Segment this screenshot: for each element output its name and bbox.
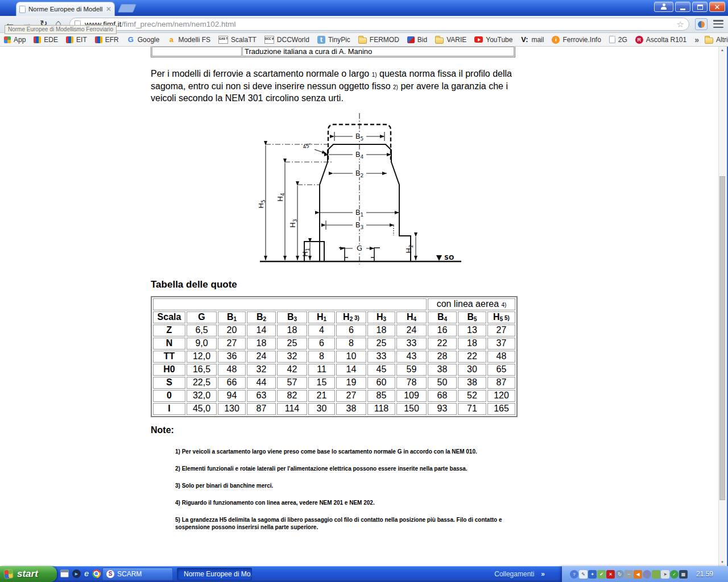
settings-tray-icon[interactable]: ✎ xyxy=(579,570,588,579)
table-cell: 30 xyxy=(458,364,486,376)
bird-tray-icon[interactable]: ~ xyxy=(624,570,633,579)
bookmark-google[interactable]: GGoogle xyxy=(127,36,160,44)
chrome-icon[interactable] xyxy=(92,569,101,578)
scale-cell: S xyxy=(153,377,185,389)
column-header-h1: H1 xyxy=(308,311,335,323)
table-cell: 65 xyxy=(487,364,515,376)
bookmark-ferrovie-info[interactable]: iFerrovie.Info xyxy=(552,36,601,44)
menu-button[interactable] xyxy=(713,20,723,28)
internet-explorer-icon[interactable]: e xyxy=(84,569,89,578)
task-button-label: Norme Europee di Mo... xyxy=(184,570,252,578)
bookmark-tinypic[interactable]: tTinyPic xyxy=(317,36,350,44)
table-cell: 32,0 xyxy=(187,390,217,402)
browser-tab[interactable]: Norme Europee di Modellismo ✕ xyxy=(16,2,115,16)
note-reference: 2) xyxy=(393,84,398,90)
gauge-diagram: B5B4B2B1B3G45°SOH5H4H3H1H2 xyxy=(259,112,465,267)
bookmark-mail[interactable]: V:mail xyxy=(520,36,544,44)
usb-tray-icon[interactable] xyxy=(652,570,660,579)
scroll-thumb[interactable] xyxy=(719,176,725,500)
diagram-label-h5: H5 xyxy=(259,199,266,209)
tinypic-icon: t xyxy=(317,36,325,44)
media-player-icon[interactable]: ▶ xyxy=(72,569,81,578)
table-row-i: I45,01308711430381181509371165 xyxy=(153,403,515,415)
bookmark-ascolta-r101[interactable]: RAscolta R101 xyxy=(635,36,686,44)
bookmark-fermod[interactable]: FERMOD xyxy=(358,36,399,44)
close-button[interactable]: ✕ xyxy=(709,2,725,12)
bookmark-label: Ferrovie.Info xyxy=(562,36,601,44)
table-cell: 38 xyxy=(336,403,366,415)
sync-tray-icon[interactable]: ↻ xyxy=(615,570,624,579)
bookmark-star-icon[interactable]: ☆ xyxy=(677,19,684,30)
info-icon: i xyxy=(552,36,560,44)
minimize-button[interactable] xyxy=(675,2,690,12)
table-cell: 120 xyxy=(487,390,515,402)
table-cell: 9,0 xyxy=(187,338,217,350)
table-cell: 18 xyxy=(458,338,486,350)
bookmark-youtube[interactable]: YouTube xyxy=(474,36,512,44)
scroll-up-icon[interactable]: ▲ xyxy=(719,47,726,54)
collegamenti-toolbar[interactable]: Collegamenti » xyxy=(494,570,545,578)
table-cell: 27 xyxy=(336,390,366,402)
tab-close-icon[interactable]: ✕ xyxy=(106,6,111,13)
start-button[interactable]: start xyxy=(0,566,57,582)
display-tray-icon[interactable]: ▦ xyxy=(679,570,688,579)
diagram-label-so: SO xyxy=(444,254,454,261)
table-cell: 16 xyxy=(428,325,457,336)
task-button-chrome[interactable]: Norme Europee di Mo... xyxy=(177,568,252,580)
speaker-tray-icon[interactable]: ◀ xyxy=(634,570,642,579)
bookmark-app[interactable]: App xyxy=(4,36,26,44)
table-cell: 94 xyxy=(218,390,246,402)
r101-icon: R xyxy=(635,36,643,44)
column-header-h3: H3 xyxy=(367,311,395,323)
note-reference: 1) xyxy=(372,72,377,78)
desktop-app-icon[interactable] xyxy=(60,569,69,577)
ebay-bag-icon xyxy=(66,36,73,43)
alert-tray-icon[interactable]: ✕ xyxy=(606,570,615,579)
new-tab-button[interactable] xyxy=(118,4,136,13)
scale-cell: N xyxy=(153,338,185,350)
task-button-scarm[interactable]: S SCARM xyxy=(102,568,173,580)
address-bar[interactable]: www.fimf.it/fimf_prec/nem/nem/nem102.htm… xyxy=(69,18,689,31)
maximize-button[interactable] xyxy=(692,2,708,12)
ebay-bag-icon xyxy=(34,36,41,43)
bookmark-label: mail xyxy=(531,36,544,44)
other-bookmarks-button[interactable]: Altri Preferiti xyxy=(705,36,728,44)
table-cell: 30 xyxy=(308,403,335,415)
table-cell: 150 xyxy=(396,403,427,415)
bookmark-bid[interactable]: Bid xyxy=(407,36,427,44)
volume-tray-icon[interactable] xyxy=(643,570,651,579)
vertical-scrollbar[interactable]: ▲ ▼ xyxy=(718,47,726,566)
table-cell: 20 xyxy=(218,325,246,336)
bookmark-dccworld[interactable]: DCC WorldDCCWorld xyxy=(264,36,309,44)
table-cell: 11 xyxy=(308,364,335,376)
profile-button[interactable] xyxy=(654,2,673,12)
folder-icon xyxy=(435,38,444,44)
search-tray-icon[interactable]: ? xyxy=(570,570,578,579)
bookmark-2g[interactable]: 2G xyxy=(609,36,627,44)
bookmark-eit[interactable]: EIT xyxy=(66,36,87,44)
scale-cell: Z xyxy=(153,325,185,336)
person-icon xyxy=(660,3,667,11)
bookmarks-right: » Altri Preferiti xyxy=(694,35,728,44)
maximize-icon xyxy=(697,5,703,10)
bookmark-efr[interactable]: EFR xyxy=(95,36,119,44)
bookmark-label: 2G xyxy=(618,36,627,44)
antivirus-tray-icon[interactable]: ✓ xyxy=(670,570,679,579)
bookmark-modelli-fs[interactable]: aModelli FS xyxy=(167,36,210,44)
shield-ok-tray-icon[interactable]: ✔ xyxy=(597,570,606,579)
url-text[interactable]: www.fimf.it/fimf_prec/nem/nem/nem102.htm… xyxy=(85,20,673,28)
table-row-s: S22,566445715196078503887 xyxy=(153,377,515,389)
column-header-b2: B2 xyxy=(247,311,276,323)
ribbon-tray-icon[interactable]: ✦ xyxy=(588,570,597,579)
table-cell: 22 xyxy=(428,338,457,350)
bookmark-ede[interactable]: EDE xyxy=(34,36,58,44)
mouse-tray-icon[interactable]: ➤ xyxy=(661,570,669,579)
scroll-down-icon[interactable]: ▼ xyxy=(719,559,726,566)
amazon-icon: a xyxy=(167,36,175,44)
table-cell: 43 xyxy=(396,351,427,363)
table-cell: 32 xyxy=(247,364,276,376)
bookmark-varie[interactable]: VARIE xyxy=(435,36,466,44)
bookmark-scalatt[interactable]: GAS TTScalaTT xyxy=(218,36,257,44)
extension-button[interactable] xyxy=(695,18,708,30)
bookmarks-overflow-chevron-icon[interactable]: » xyxy=(694,35,699,44)
